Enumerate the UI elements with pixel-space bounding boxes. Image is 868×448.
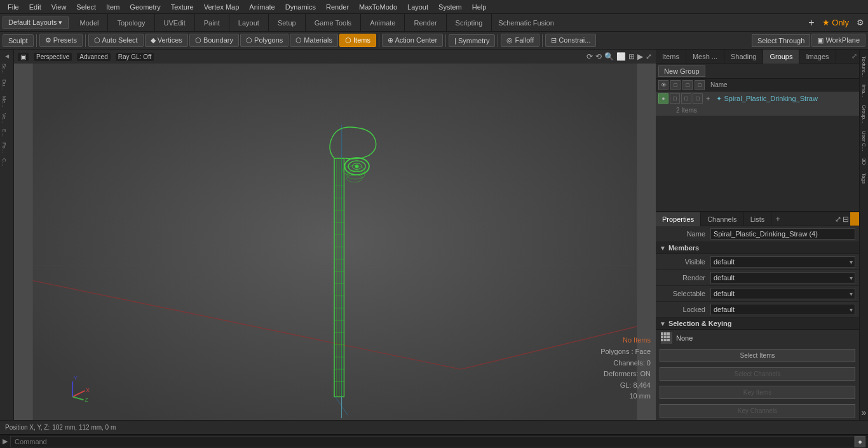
select-through-button[interactable]: Select Through (752, 34, 810, 47)
menu-select[interactable]: Select (71, 2, 101, 12)
rsidebar-tags[interactable]: Tags (860, 169, 867, 187)
new-group-button[interactable]: New Group (658, 65, 705, 77)
select-items-button[interactable]: Select Items (660, 349, 855, 362)
command-go-button[interactable]: ● (855, 436, 865, 447)
group-render-icon[interactable]: □ (670, 93, 680, 104)
sidebar-item-7[interactable]: C... (1, 156, 13, 168)
rsidebar-3d[interactable]: 3D (860, 154, 867, 168)
sculpt-button[interactable]: Sculpt (3, 34, 34, 47)
auto-select-button[interactable]: ⬡ Auto Select (88, 34, 144, 47)
selection-keying-section-header[interactable]: ▼ Selection & Keying (656, 318, 859, 330)
tab-images[interactable]: Images (799, 50, 836, 64)
command-input[interactable] (10, 436, 855, 447)
viewport-advanced-btn[interactable]: Advanced (77, 53, 110, 61)
viewport-raygl-btn[interactable]: Ray GL: Off (116, 53, 154, 61)
tab-animate[interactable]: Animate (361, 14, 405, 32)
members-section-header[interactable]: ▼ Members (656, 242, 859, 254)
name-input[interactable] (710, 228, 855, 240)
polygons-button[interactable]: ⬡ Polygons (240, 34, 288, 47)
viewport-icon-expand[interactable]: ⤢ (646, 52, 652, 61)
tab-mesh[interactable]: Mesh ... (686, 50, 724, 64)
rsidebar-group[interactable]: Group... (860, 101, 867, 127)
menu-animate[interactable]: Animate (244, 2, 280, 12)
tab-topology[interactable]: Topology (108, 14, 154, 32)
layout-dropdown[interactable]: Default Layouts ▾ (3, 17, 69, 29)
group-item[interactable]: ● □ □ □ + ✦ Spiral_Plastic_Drinking_Stra… (656, 92, 859, 116)
group-extra-icon[interactable]: □ (693, 93, 703, 104)
render-select[interactable]: defaultonoff (710, 272, 855, 283)
panel-expand-icon[interactable]: ⤢ (850, 52, 859, 60)
sidebar-item-3[interactable]: Me... (1, 93, 13, 110)
menu-view[interactable]: View (46, 2, 72, 12)
viewport-icon-2[interactable]: ⟲ (595, 52, 602, 61)
menu-dynamics[interactable]: Dynamics (280, 2, 321, 12)
props-tab-add-button[interactable]: + (771, 214, 784, 224)
sidebar-item-1[interactable]: Sc... (1, 61, 13, 76)
selectable-select[interactable]: defaultonoff (710, 288, 855, 299)
sidebar-item-5[interactable]: E... (1, 126, 13, 139)
sidebar-btn-sc[interactable]: ◀ (1, 52, 13, 60)
viewport-icon-grid[interactable]: ⊞ (628, 52, 635, 61)
menu-help[interactable]: Help (467, 2, 492, 12)
action-center-button[interactable]: ⊕ Action Center (382, 34, 443, 47)
tab-layout[interactable]: Layout (229, 14, 269, 32)
viewport-icon-play[interactable]: ▶ (637, 52, 643, 61)
key-items-button[interactable]: Key Items (660, 386, 855, 399)
group-lock-icon[interactable]: □ (681, 93, 691, 104)
tab-uvedit[interactable]: UVEdit (155, 14, 195, 32)
settings-icon[interactable]: ⚙ (853, 18, 868, 27)
tab-items[interactable]: Items (656, 50, 686, 64)
menu-texture[interactable]: Texture (166, 2, 199, 12)
props-tab-channels[interactable]: Channels (701, 212, 743, 226)
viewport-mode-btn[interactable]: Perspective (34, 53, 72, 61)
tab-groups[interactable]: Groups (763, 50, 799, 64)
viewport[interactable]: ▣ Perspective Advanced Ray GL: Off ⟳ ⟲ 🔍… (14, 50, 656, 420)
vertices-button[interactable]: ◆ Vertices (145, 34, 188, 47)
menu-edit[interactable]: Edit (24, 2, 46, 12)
menu-item[interactable]: Item (101, 2, 125, 12)
only-label[interactable]: ★ Only (818, 18, 853, 27)
constraints-button[interactable]: ⊟ Constrai... (545, 34, 596, 47)
props-tab-properties[interactable]: Properties (656, 212, 701, 226)
tab-shading[interactable]: Shading (724, 50, 763, 64)
sidebar-item-2[interactable]: Du... (1, 77, 13, 93)
visible-select[interactable]: defaultonoff (710, 256, 855, 268)
locked-select[interactable]: defaultonoff (710, 304, 855, 315)
tab-setup[interactable]: Setup (269, 14, 306, 32)
menu-maxtomodo[interactable]: MaxToModo (354, 2, 402, 12)
tab-render[interactable]: Render (405, 14, 446, 32)
workplane-button[interactable]: ▣ WorkPlane (811, 34, 865, 47)
group-eye-icon[interactable]: ● (658, 93, 668, 104)
sidebar-item-4[interactable]: Ve... (1, 111, 13, 126)
menu-render[interactable]: Render (321, 2, 354, 12)
materials-button[interactable]: ⬡ Materials (290, 34, 338, 47)
sidebar-item-6[interactable]: Po... (1, 140, 13, 155)
viewport-icon-1[interactable]: ⟳ (587, 52, 593, 61)
tab-paint[interactable]: Paint (195, 14, 229, 32)
right-sidebar-expand-icon[interactable]: » (862, 407, 867, 417)
key-channels-button[interactable]: Key Channels (660, 404, 855, 417)
tab-scripting[interactable]: Scripting (447, 14, 492, 32)
add-layout-button[interactable]: + (804, 17, 818, 29)
tab-schematic-fusion[interactable]: Schematic Fusion (492, 14, 560, 32)
rsidebar-texture[interactable]: Texture... (860, 52, 867, 81)
menu-vertexmap[interactable]: Vertex Map (199, 2, 245, 12)
boundary-button[interactable]: ⬡ Boundary (189, 34, 239, 47)
props-collapse-icon[interactable]: ⊟ (843, 215, 849, 224)
menu-geometry[interactable]: Geometry (125, 2, 165, 12)
props-expand-icon[interactable]: ⤢ (835, 215, 841, 224)
items-button[interactable]: ⬡ Items (339, 34, 376, 47)
props-tab-lists[interactable]: Lists (744, 212, 772, 226)
group-add-icon[interactable]: + (706, 95, 710, 102)
menu-system[interactable]: System (433, 2, 467, 12)
select-channels-button[interactable]: Select Channels (660, 367, 855, 381)
viewport-expand-btn[interactable]: ▣ (18, 53, 29, 61)
falloff-button[interactable]: ◎ Falloff (501, 34, 539, 47)
viewport-icon-frame[interactable]: ⬜ (616, 52, 626, 61)
presets-button[interactable]: ⚙ Presets (39, 34, 83, 47)
tab-model[interactable]: Model (71, 14, 109, 32)
rsidebar-image[interactable]: Ima... (860, 81, 867, 101)
symmetry-button[interactable]: | Symmetry (449, 34, 495, 47)
tab-gametools[interactable]: Game Tools (306, 14, 362, 32)
menu-file[interactable]: File (3, 2, 24, 12)
